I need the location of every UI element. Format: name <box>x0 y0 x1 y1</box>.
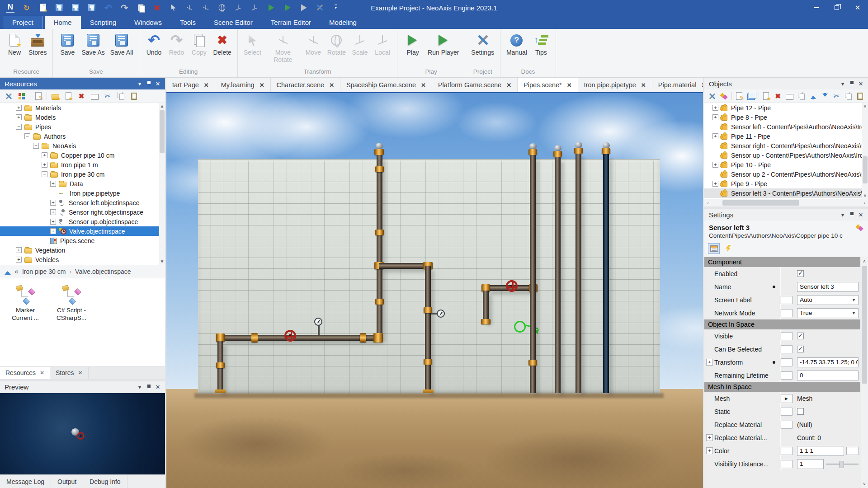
scroll-down-icon[interactable]: ▼ <box>159 258 165 265</box>
qat-floppy-button[interactable] <box>52 1 66 14</box>
scroll-right-icon[interactable]: › <box>861 199 868 206</box>
expander-icon[interactable]: + <box>706 434 713 441</box>
resource-item[interactable]: C# Script -CSharpS... <box>54 285 89 322</box>
edit-button[interactable] <box>33 91 43 101</box>
expander-icon[interactable]: + <box>706 359 713 366</box>
qat-play-button[interactable] <box>280 1 294 14</box>
tab-close-icon[interactable]: ✕ <box>40 370 44 376</box>
tree-item[interactable]: +Materials <box>0 103 165 113</box>
tips-button[interactable]: Tips <box>530 31 552 57</box>
pressure-gauge[interactable] <box>314 318 322 326</box>
expand-button[interactable]: ▶ <box>780 394 793 403</box>
tab-close-icon[interactable]: ✕ <box>506 82 511 89</box>
qat-copy-button[interactable] <box>134 1 147 14</box>
edit-button[interactable] <box>735 91 744 101</box>
document-tab[interactable]: Iron pipe.pipetype✕ <box>578 78 652 92</box>
save-all-button[interactable]: Save All <box>108 31 136 57</box>
slider[interactable] <box>826 460 859 468</box>
ribbon-tab-scripting[interactable]: Scripting <box>81 16 125 29</box>
tree-item[interactable]: +Iron pipe 1 m <box>0 160 165 169</box>
newres-button[interactable] <box>762 91 770 101</box>
valve-wheel[interactable] <box>284 330 296 342</box>
toolsm-button[interactable] <box>4 91 14 101</box>
stores-button[interactable]: Stores <box>26 31 49 57</box>
default-value-box[interactable] <box>780 371 793 380</box>
text-input[interactable]: 1 <box>797 459 824 469</box>
rename-button[interactable] <box>785 91 794 101</box>
maximize-button[interactable] <box>826 0 847 15</box>
tab-close-icon[interactable]: ✕ <box>421 82 426 89</box>
pipe-vertical[interactable] <box>576 154 581 393</box>
pressure-gauge[interactable] <box>437 310 445 318</box>
scrollbar-vertical[interactable]: ∧ ∨ <box>861 257 868 488</box>
tab-close-icon[interactable]: ✕ <box>329 82 334 89</box>
checkbox[interactable] <box>797 333 804 339</box>
ribbon-tab-tools[interactable]: Tools <box>171 16 205 29</box>
tree-item[interactable]: −Authors <box>0 131 165 141</box>
neoaxis-logo[interactable]: N <box>4 1 17 14</box>
scroll-left-icon[interactable]: ‹ <box>704 199 712 206</box>
checkbox[interactable] <box>797 270 804 277</box>
objects-tree-item[interactable]: +Pipe 11 - Pipe <box>704 131 868 141</box>
copysm-button[interactable] <box>797 91 806 101</box>
paste-button[interactable] <box>129 91 139 101</box>
qat-tools-button[interactable] <box>313 1 326 14</box>
document-tab[interactable]: Platform Game.scene✕ <box>432 78 518 92</box>
expander-icon[interactable]: + <box>712 114 718 120</box>
cut-button[interactable] <box>103 91 113 101</box>
tree-item[interactable]: +Vegetation <box>0 245 165 255</box>
ribbon-tab-home[interactable]: Home <box>45 16 81 29</box>
tree-item[interactable]: −NeoAxis <box>0 141 165 150</box>
expander-icon[interactable]: + <box>50 228 56 234</box>
default-value-box[interactable] <box>780 460 793 468</box>
run-player-button[interactable]: Run Player <box>425 31 461 57</box>
qat-play-button[interactable] <box>297 1 310 14</box>
ribbon-tab-windows[interactable]: Windows <box>125 16 171 29</box>
breadcrumb-item[interactable]: Iron pipe 30 cm <box>22 268 66 275</box>
scene-viewport[interactable] <box>166 93 703 488</box>
tree-item[interactable]: +Valve.objectinspace <box>0 226 165 236</box>
tag-button[interactable] <box>720 91 728 101</box>
default-value-box[interactable] <box>780 345 793 353</box>
text-input[interactable]: Sensor left 3 <box>797 282 859 292</box>
close-icon[interactable]: ✕ <box>153 383 162 391</box>
document-tab[interactable]: tart Page✕ <box>166 78 215 92</box>
panel-tab-stores[interactable]: Stores✕ <box>50 367 89 379</box>
pipe-vertical[interactable] <box>530 155 536 393</box>
tree-item[interactable]: +Vehicles <box>0 255 165 264</box>
qat-redo-button[interactable] <box>118 1 131 14</box>
objects-tree-item[interactable]: Sensor left 3 - Content\Pipes\Authors\Ne… <box>704 188 868 198</box>
qat-axes-button[interactable] <box>183 1 196 14</box>
tree-item[interactable]: +Models <box>0 113 165 122</box>
default-value-box[interactable] <box>780 447 793 455</box>
display-button[interactable] <box>17 91 27 101</box>
tree-item[interactable]: Iron pipe.pipetype <box>0 188 165 198</box>
expander-icon[interactable]: + <box>50 209 56 215</box>
toolsm-button[interactable] <box>708 91 717 101</box>
checkbox[interactable] <box>797 346 804 352</box>
objects-tree-item[interactable]: +Pipe 8 - Pipe <box>704 113 868 122</box>
tree-item[interactable]: +Sensor left.objectinspace <box>0 198 165 207</box>
default-value-box[interactable] <box>780 309 793 317</box>
rename-button[interactable] <box>90 91 99 101</box>
dropdown-select[interactable]: Auto▼ <box>797 295 859 305</box>
chevron-down-icon[interactable]: ▾ <box>135 80 144 88</box>
pipe-vertical[interactable] <box>425 266 431 393</box>
expander-icon[interactable]: + <box>712 133 718 139</box>
checkbox[interactable] <box>797 408 804 415</box>
tab-close-icon[interactable]: ✕ <box>259 82 264 89</box>
expander-icon[interactable]: + <box>50 200 56 206</box>
panel-tab-resources[interactable]: Resources✕ <box>0 367 50 379</box>
color-swatch[interactable] <box>846 447 859 455</box>
bottom-tab-output[interactable]: Output <box>51 475 83 488</box>
delete-button[interactable]: Delete <box>211 31 233 57</box>
pipe-vertical[interactable] <box>483 291 489 323</box>
ribbon-tab-modeling[interactable]: Modeling <box>320 16 366 29</box>
close-icon[interactable]: ✕ <box>856 80 865 88</box>
expander-icon[interactable]: + <box>16 257 22 263</box>
objects-tree-item[interactable]: Sensor right - Content\Pipes\Authors\Neo… <box>704 141 868 150</box>
tab-close-icon[interactable]: ✕ <box>567 82 572 89</box>
resources-tree[interactable]: +Materials+Models−Pipes−Authors−NeoAxis+… <box>0 103 165 265</box>
tree-item[interactable]: +Data <box>0 179 165 188</box>
selection-gizmo-circle[interactable] <box>514 321 526 333</box>
